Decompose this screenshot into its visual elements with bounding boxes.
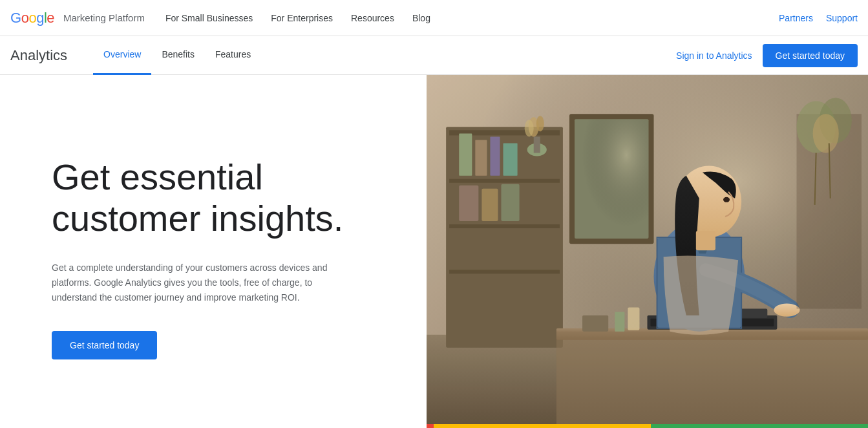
top-nav-right: Partners Support	[779, 13, 858, 23]
get-started-button-hero[interactable]: Get started today	[52, 331, 157, 359]
nav-link-resources[interactable]: Resources	[351, 13, 394, 23]
partners-link[interactable]: Partners	[779, 13, 813, 23]
analytics-brand: Analytics	[10, 47, 67, 64]
sub-nav-links: Overview Benefits Features	[93, 36, 676, 75]
tab-overview[interactable]: Overview	[93, 36, 151, 75]
tab-features[interactable]: Features	[205, 36, 261, 75]
tab-benefits[interactable]: Benefits	[151, 36, 205, 75]
get-started-button-top[interactable]: Get started today	[763, 44, 858, 67]
hero-content: Get essential customer insights. Get a c…	[0, 75, 427, 428]
hero-image	[427, 75, 868, 428]
hero-section: Get essential customer insights. Get a c…	[0, 75, 868, 428]
sign-in-link[interactable]: Sign in to Analytics	[676, 50, 752, 61]
top-nav-links: For Small Businesses For Enterprises Res…	[165, 13, 779, 23]
hero-description: Get a complete understanding of your cus…	[52, 261, 336, 305]
top-navigation: Google Marketing Platform For Small Busi…	[0, 0, 868, 36]
support-link[interactable]: Support	[826, 13, 858, 23]
hero-title: Get essential customer insights.	[52, 156, 362, 240]
hero-illustration	[427, 75, 868, 428]
platform-name: Marketing Platform	[63, 12, 145, 23]
logo-link[interactable]: Google Marketing Platform	[10, 10, 145, 27]
nav-link-small-business[interactable]: For Small Businesses	[165, 13, 253, 23]
nav-link-blog[interactable]: Blog	[412, 13, 430, 23]
sub-navigation: Analytics Overview Benefits Features Sig…	[0, 36, 868, 75]
nav-link-enterprises[interactable]: For Enterprises	[271, 13, 333, 23]
google-logo: Google	[10, 10, 54, 27]
sub-nav-right: Sign in to Analytics Get started today	[676, 44, 858, 67]
svg-rect-45	[427, 75, 868, 428]
